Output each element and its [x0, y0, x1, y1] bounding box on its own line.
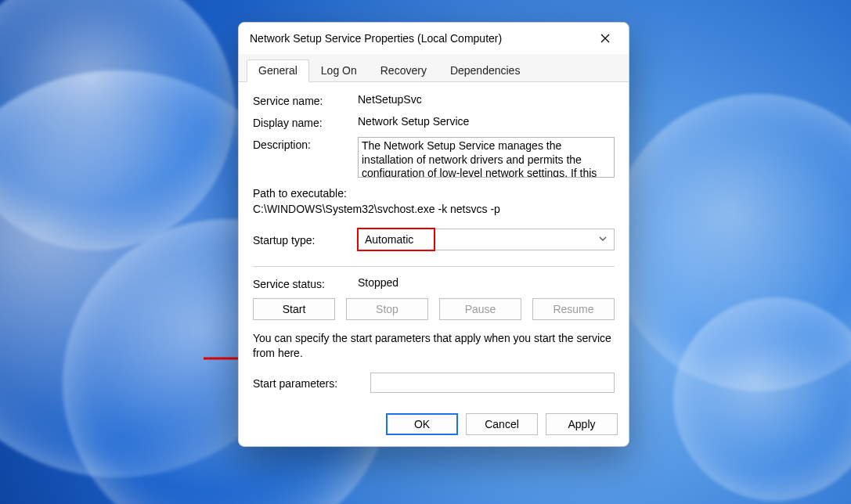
tabstrip: General Log On Recovery Dependencies [239, 54, 629, 82]
titlebar[interactable]: Network Setup Service Properties (Local … [239, 23, 629, 54]
ok-button[interactable]: OK [386, 413, 458, 435]
dialog-title: Network Setup Service Properties (Local … [250, 32, 588, 45]
tab-general[interactable]: General [247, 59, 309, 82]
start-parameters-note: You can specify the start parameters tha… [253, 331, 615, 362]
tab-log-on[interactable]: Log On [309, 59, 369, 82]
service-name-label: Service name: [253, 93, 358, 107]
close-button[interactable] [588, 27, 622, 50]
pause-button[interactable]: Pause [439, 298, 521, 320]
tab-dependencies[interactable]: Dependencies [438, 59, 532, 82]
display-name-label: Display name: [253, 115, 358, 129]
path-to-executable-value: C:\WINDOWS\System32\svchost.exe -k netsv… [253, 201, 615, 217]
apply-button[interactable]: Apply [546, 413, 618, 435]
chevron-down-icon [598, 233, 608, 246]
description-label: Description: [253, 137, 358, 151]
stop-button[interactable]: Stop [346, 298, 428, 320]
service-properties-dialog: Network Setup Service Properties (Local … [238, 22, 629, 447]
startup-type-select[interactable]: Automatic [358, 229, 615, 250]
dialog-body: Service name: NetSetupSvc Display name: … [239, 82, 629, 405]
start-button[interactable]: Start [253, 298, 335, 320]
close-icon [600, 34, 610, 43]
startup-type-label: Startup type: [253, 232, 358, 247]
display-name-value: Network Setup Service [358, 115, 615, 128]
service-status-label: Service status: [253, 276, 358, 290]
service-status-value: Stopped [358, 276, 615, 289]
dialog-footer: OK Cancel Apply [239, 405, 629, 446]
tab-recovery[interactable]: Recovery [369, 59, 438, 82]
divider [253, 266, 615, 267]
cancel-button[interactable]: Cancel [466, 413, 538, 435]
service-name-value: NetSetupSvc [358, 93, 615, 106]
startup-type-value: Automatic [365, 233, 413, 246]
start-parameters-label: Start parameters: [253, 376, 370, 390]
path-to-executable-label: Path to executable: [253, 185, 615, 201]
resume-button[interactable]: Resume [532, 298, 615, 320]
start-parameters-input[interactable] [370, 373, 615, 393]
description-text[interactable]: The Network Setup Service manages the in… [358, 137, 615, 178]
